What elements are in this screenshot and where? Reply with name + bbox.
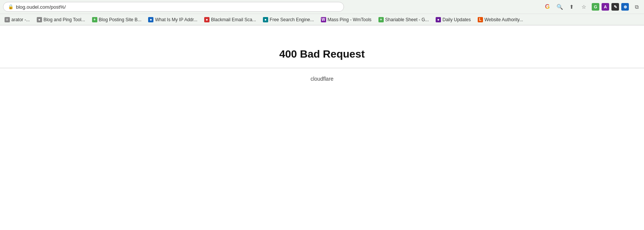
bookmark-favicon-1: ≡: [5, 17, 10, 22]
bookmark-item-2[interactable]: ● Blog and Ping Tool...: [34, 16, 88, 23]
lock-icon: 🔒: [8, 4, 14, 9]
address-bar-row: 🔒 blog.oudel.com/post%/ G 🔍 ⬆ ☆ G A ✎ ⊕ …: [0, 0, 644, 14]
puzzle-extensions-icon[interactable]: ⧉: [633, 3, 641, 11]
bookmarks-bar: ≡ arator -... ● Blog and Ping Tool... + …: [0, 14, 644, 25]
browser-actions: G 🔍 ⬆ ☆ G A ✎ ⊕ ⧉: [543, 3, 641, 11]
extensions-area: G A ✎ ⊕: [592, 3, 629, 11]
bookmark-item-7[interactable]: W Mass Ping - WmTools: [318, 16, 375, 23]
bookmark-favicon-5: ●: [204, 17, 209, 22]
bookmark-label-2: Blog and Ping Tool...: [44, 17, 85, 22]
bookmark-item-1[interactable]: ≡ arator -...: [2, 16, 33, 23]
bookmark-item-3[interactable]: + Blog Posting Site B...: [89, 16, 145, 23]
bookmark-favicon-2: ●: [37, 17, 42, 22]
page-content: 400 Bad Request cloudflare: [0, 25, 644, 82]
bookmark-favicon-10: L: [478, 17, 483, 22]
bookmark-favicon-8: +: [378, 17, 384, 22]
bookmark-favicon-9: ●: [436, 17, 441, 22]
bookmark-item-8[interactable]: + Shariable Sheet - G...: [375, 16, 432, 23]
bookmark-label-9: Daily Updates: [442, 17, 471, 22]
url-text: blog.oudel.com/post%/: [16, 4, 66, 10]
bookmark-label-6: Free Search Engine...: [270, 17, 314, 22]
bookmark-item-9[interactable]: ● Daily Updates: [433, 16, 474, 23]
divider: [0, 68, 644, 68]
ext-icon-2[interactable]: A: [602, 3, 609, 11]
error-title: 400 Bad Request: [279, 48, 365, 60]
bookmark-label-7: Mass Ping - WmTools: [328, 17, 372, 22]
share-icon[interactable]: ⬆: [567, 3, 576, 11]
error-source: cloudflare: [311, 76, 334, 82]
bookmark-item-5[interactable]: ● Blackmail Email Sca...: [201, 16, 259, 23]
bookmark-item-10[interactable]: L Website Authority...: [475, 16, 526, 23]
browser-chrome: 🔒 blog.oudel.com/post%/ G 🔍 ⬆ ☆ G A ✎ ⊕ …: [0, 0, 644, 25]
bookmark-label-3: Blog Posting Site B...: [99, 17, 142, 22]
bookmark-favicon-6: ●: [263, 17, 268, 22]
bookmark-item-4[interactable]: ● What Is My IP Addr...: [145, 16, 200, 23]
ext-icon-4[interactable]: ⊕: [621, 3, 629, 11]
bookmark-favicon-4: ●: [148, 17, 153, 22]
bookmark-favicon-7: W: [321, 17, 326, 22]
bookmark-label-4: What Is My IP Addr...: [155, 17, 197, 22]
bookmark-label-5: Blackmail Email Sca...: [211, 17, 256, 22]
address-bar[interactable]: 🔒 blog.oudel.com/post%/: [3, 2, 344, 12]
bookmark-label-1: arator -...: [11, 17, 30, 22]
ext-icon-1[interactable]: G: [592, 3, 599, 11]
zoom-search-icon[interactable]: 🔍: [555, 3, 564, 11]
bookmark-item-6[interactable]: ● Free Search Engine...: [260, 16, 317, 23]
bookmark-favicon-3: +: [92, 17, 97, 22]
google-search-icon[interactable]: G: [543, 3, 552, 11]
ext-icon-3[interactable]: ✎: [611, 3, 619, 11]
bookmark-label-10: Website Authority...: [485, 17, 523, 22]
bookmark-label-8: Shariable Sheet - G...: [385, 17, 429, 22]
bookmark-star-icon[interactable]: ☆: [580, 3, 588, 11]
